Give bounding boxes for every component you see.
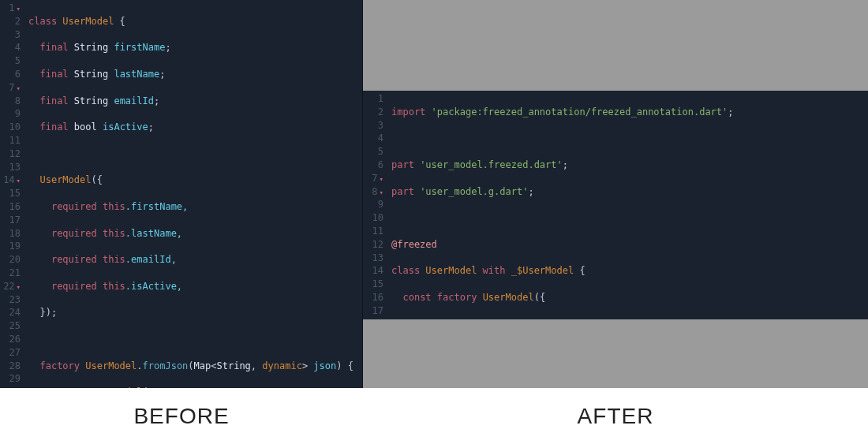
after-panel-top-gap [363,0,868,91]
string: 'user_model.g.dart' [420,186,528,197]
punc: ; [154,95,159,106]
type: String [466,319,499,319]
id: .lastName, [125,228,182,239]
keyword: import [391,106,425,118]
string: 'user_model.freezed.dart' [420,159,563,170]
keyword: required [51,254,97,265]
keyword: return [51,386,85,388]
punc: ({ [91,174,102,185]
id: firstName [114,42,165,53]
type: UserModel [483,292,534,303]
keyword: part [391,159,414,170]
keyword: class [391,265,420,276]
after-panel-bottom-gap [363,319,868,388]
id: isActive [103,121,148,132]
type: UserModel [39,174,91,185]
type: _$UserModel [511,265,574,276]
punc: > [302,360,313,371]
punc: ; [528,186,533,197]
code-comparison-row: 1234567891011121314151617181920212223242… [0,0,868,388]
id: .emailId, [125,254,177,265]
keyword: this [103,254,125,265]
type: bool [74,121,97,132]
type: UserModel [92,386,143,388]
type: String [74,95,108,106]
annotation: @freezed [391,239,437,250]
punc: ) { [336,360,354,371]
punc: { [574,265,585,276]
keyword: this [103,281,125,292]
punc: ({ [534,292,545,303]
keyword: factory [39,360,80,371]
after-label: AFTER [363,404,868,429]
keyword: factory [437,292,477,303]
punc: , [251,360,262,371]
before-code-panel: 1234567891011121314151617181920212223242… [0,0,363,388]
type: String [216,360,250,371]
punc: ( [188,360,193,371]
type: String [74,42,108,53]
id: .firstName, [125,201,188,212]
string: 'package:freezed_annotation/freezed_anno… [432,106,728,118]
before-label: BEFORE [0,404,363,429]
punc: ; [159,69,165,80]
keyword: required [51,281,97,292]
after-code-area: 1234567891011121314151617 import 'packag… [363,91,868,319]
id: firstName [506,319,557,319]
punc: ; [728,106,733,118]
method: fromJson [143,360,189,371]
keyword: part [391,186,414,197]
id: .isActive, [125,281,182,292]
id: json [313,360,336,371]
type: String [74,69,108,80]
punc: { [114,16,125,27]
keyword: final [39,121,68,132]
keyword: this [103,201,125,212]
after-panel-wrapper: 1234567891011121314151617 import 'packag… [363,0,868,388]
type: UserModel [85,360,137,371]
before-code[interactable]: class UserModel { final String firstName… [25,2,362,388]
after-code[interactable]: import 'package:freezed_annotation/freez… [388,92,868,319]
keyword: class [28,16,57,27]
punc: ; [563,159,568,170]
before-code-area: 1234567891011121314151617181920212223242… [0,0,362,388]
keyword: required [51,228,97,239]
keyword: required [51,201,97,212]
after-gutter: 1234567891011121314151617 [363,92,388,319]
keyword: with [477,265,511,276]
type: UserModel [425,265,477,276]
keyword: final [39,42,68,53]
keyword: final [39,95,68,106]
punc: ( [143,386,148,388]
type: dynamic [262,360,302,371]
punc: ; [148,121,154,132]
keyword: const [402,292,431,303]
punc: }); [39,307,57,318]
punc: . [137,360,142,371]
punc: , [557,319,563,319]
before-gutter: 1234567891011121314151617181920212223242… [0,2,25,388]
type: UserModel [62,16,114,27]
keyword: required [414,319,460,319]
id: lastName [114,69,159,80]
punc: ; [165,42,170,53]
keyword: final [39,69,68,80]
labels-row: BEFORE AFTER [0,388,868,444]
type: Map [194,360,211,371]
after-code-panel: 1234567891011121314151617 import 'packag… [363,91,868,319]
id: emailId [114,95,154,106]
keyword: this [103,228,125,239]
